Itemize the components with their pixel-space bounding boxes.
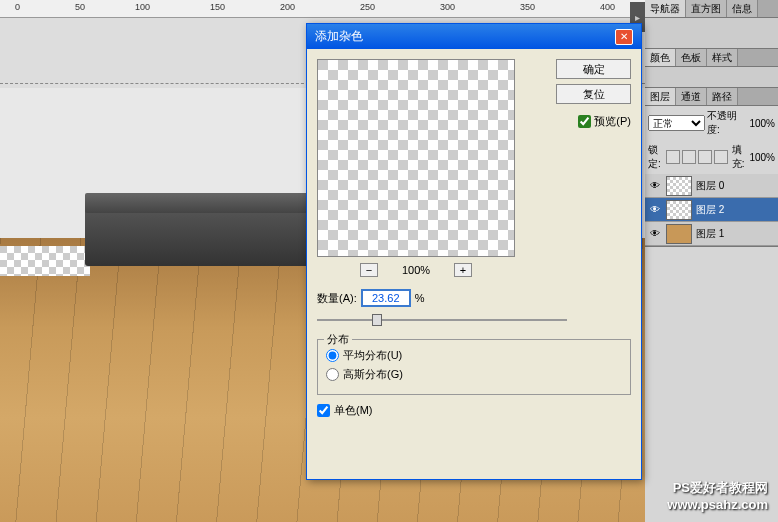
tab-paths[interactable]: 路径 [707,88,738,105]
blend-mode-select[interactable]: 正常 [648,115,705,131]
sofa-image [85,208,310,266]
layer-list: 👁 图层 0 👁 图层 2 👁 图层 1 [645,174,778,246]
navigator-panel: 导航器 直方图 信息 [645,0,778,49]
layer-thumbnail[interactable] [666,224,692,244]
layer-thumbnail[interactable] [666,200,692,220]
lock-move-icon[interactable] [698,150,712,164]
minus-icon: − [366,264,372,276]
monochrome-label: 单色(M) [334,403,373,418]
dialog-title-text: 添加杂色 [315,28,363,45]
panels-area: ▸ 导航器 直方图 信息 颜色 色板 样式 图层 通道 路径 正常 不透明度: … [645,0,778,522]
zoom-level: 100% [402,264,430,276]
layer-name: 图层 0 [696,179,724,193]
tab-histogram[interactable]: 直方图 [686,0,727,17]
watermark-line2: www.psahz.com [667,497,768,512]
tab-style[interactable]: 样式 [707,49,738,66]
lock-transparency-icon[interactable] [666,150,680,164]
uniform-radio[interactable] [326,349,339,362]
visibility-icon[interactable]: 👁 [648,203,662,217]
chevron-right-icon: ▸ [635,12,640,23]
opacity-label: 不透明度: [707,109,748,137]
amount-slider[interactable] [317,311,567,329]
add-noise-dialog: 添加杂色 ✕ − 100% + 数量(A): % 分布 平均分布(U) [306,23,642,480]
uniform-label: 平均分布(U) [343,348,402,363]
ruler-horizontal: 0 50 100 150 200 250 300 350 400 [0,0,645,18]
lock-brush-icon[interactable] [682,150,696,164]
tab-color[interactable]: 颜色 [645,49,676,66]
tab-channels[interactable]: 通道 [676,88,707,105]
slider-thumb[interactable] [372,314,382,326]
tab-navigator[interactable]: 导航器 [645,0,686,17]
layer-row[interactable]: 👁 图层 2 [645,198,778,222]
layer-name: 图层 1 [696,227,724,241]
opacity-value: 100% [749,118,775,129]
reset-button[interactable]: 复位 [556,84,631,104]
close-icon: ✕ [620,31,628,42]
layers-panel: 图层 通道 路径 正常 不透明度: 100% 锁定: 填充: 100% 👁 图 [645,88,778,247]
distribution-legend: 分布 [324,332,352,347]
color-panel: 颜色 色板 样式 [645,49,778,88]
lock-label: 锁定: [648,143,662,171]
lock-all-icon[interactable] [714,150,728,164]
tab-layers[interactable]: 图层 [645,88,676,105]
zoom-out-button[interactable]: − [360,263,378,277]
amount-input[interactable] [361,289,411,307]
layer-row[interactable]: 👁 图层 0 [645,174,778,198]
amount-label: 数量(A): [317,291,357,306]
preview-canvas[interactable] [317,59,515,257]
zoom-in-button[interactable]: + [454,263,472,277]
preview-checkbox[interactable] [578,115,591,128]
watermark-line1: PS爱好者教程网 [667,479,768,497]
fill-value: 100% [749,152,775,163]
watermark: PS爱好者教程网 www.psahz.com [667,479,768,512]
visibility-icon[interactable]: 👁 [648,227,662,241]
amount-unit: % [415,292,425,304]
close-button[interactable]: ✕ [615,29,633,45]
distribution-group: 分布 平均分布(U) 高斯分布(G) [317,339,631,395]
fill-label: 填充: [732,143,746,171]
slider-track [317,319,567,321]
layer-row[interactable]: 👁 图层 1 [645,222,778,246]
monochrome-checkbox[interactable] [317,404,330,417]
gaussian-radio[interactable] [326,368,339,381]
layer-name: 图层 2 [696,203,724,217]
transparent-area [0,246,90,276]
layer-thumbnail[interactable] [666,176,692,196]
preview-label: 预览(P) [594,114,631,129]
gaussian-label: 高斯分布(G) [343,367,403,382]
tab-swatch[interactable]: 色板 [676,49,707,66]
visibility-icon[interactable]: 👁 [648,179,662,193]
dialog-titlebar[interactable]: 添加杂色 ✕ [307,24,641,49]
ok-button[interactable]: 确定 [556,59,631,79]
plus-icon: + [460,264,466,276]
tab-info[interactable]: 信息 [727,0,758,17]
